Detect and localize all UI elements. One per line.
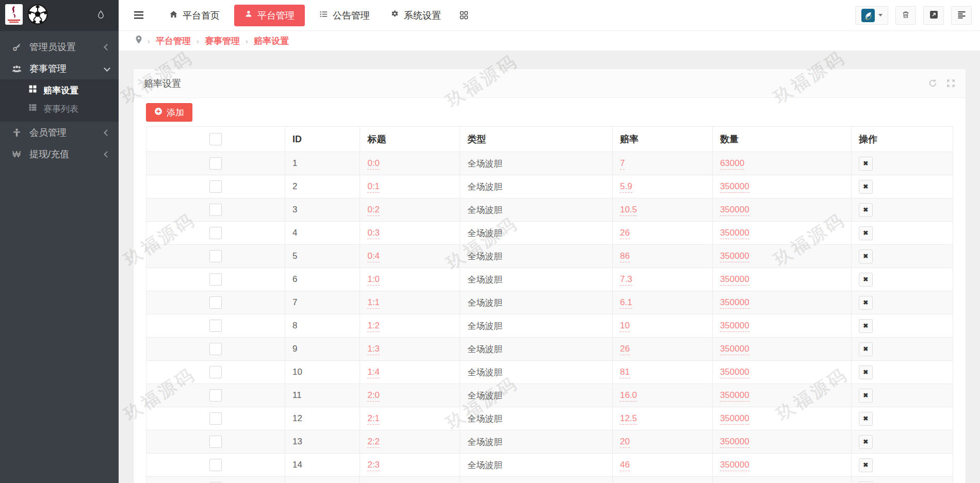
- row-checkbox[interactable]: [209, 273, 222, 286]
- title-link[interactable]: 2:2: [367, 437, 380, 448]
- odds-link[interactable]: 86: [620, 251, 630, 262]
- open-external-button[interactable]: [923, 6, 944, 25]
- row-checkbox[interactable]: [209, 389, 222, 402]
- amount-link[interactable]: 350000: [720, 390, 749, 402]
- title-link[interactable]: 2:1: [367, 413, 380, 425]
- row-checkbox[interactable]: [209, 227, 222, 239]
- odds-link[interactable]: 6.1: [620, 297, 632, 309]
- nav-item-announcement-management[interactable]: 公告管理: [309, 0, 380, 31]
- amount-link[interactable]: 350000: [720, 413, 749, 425]
- row-checkbox[interactable]: [209, 343, 222, 355]
- row-checkbox[interactable]: [209, 250, 222, 262]
- column-header-id: ID: [285, 127, 360, 152]
- row-checkbox[interactable]: [209, 459, 222, 471]
- title-link[interactable]: 0:0: [367, 158, 380, 170]
- amount-link[interactable]: 350000: [720, 251, 749, 262]
- row-checkbox[interactable]: [209, 436, 222, 448]
- hamburger-icon[interactable]: [131, 11, 146, 19]
- delete-button[interactable]: ✖: [859, 412, 873, 426]
- delete-button[interactable]: ✖: [859, 435, 873, 449]
- sidebar-item-withdraw-recharge[interactable]: ₩ 提现/充值: [0, 143, 119, 165]
- title-link[interactable]: 0:1: [367, 181, 380, 193]
- row-checkbox[interactable]: [209, 320, 222, 332]
- row-checkbox[interactable]: [209, 412, 222, 425]
- log-list-button[interactable]: [951, 6, 972, 25]
- amount-link[interactable]: 350000: [720, 367, 749, 378]
- delete-button[interactable]: ✖: [859, 203, 873, 217]
- id-cell: 4: [285, 222, 360, 245]
- odds-link[interactable]: 26: [620, 344, 630, 355]
- trash-icon: [902, 10, 910, 21]
- amount-link[interactable]: 350000: [720, 228, 749, 239]
- delete-button[interactable]: ✖: [859, 226, 873, 240]
- amount-link[interactable]: 350000: [720, 181, 749, 193]
- amount-link[interactable]: 350000: [720, 344, 749, 355]
- select-all-checkbox[interactable]: [209, 133, 222, 145]
- odds-link[interactable]: 20: [620, 437, 630, 448]
- amount-link[interactable]: 350000: [720, 321, 749, 332]
- title-link[interactable]: 1:4: [367, 367, 380, 378]
- sidebar-item-odds-settings[interactable]: 赔率设置: [0, 81, 119, 99]
- table-list-icon: [29, 104, 37, 114]
- delete-button[interactable]: ✖: [859, 273, 873, 287]
- title-link[interactable]: 1:2: [367, 321, 380, 332]
- amount-link[interactable]: 63000: [720, 158, 744, 170]
- odds-link[interactable]: 5.9: [620, 181, 632, 193]
- sidebar-item-member-management[interactable]: 会员管理: [0, 122, 119, 143]
- delete-button[interactable]: ✖: [859, 342, 873, 356]
- amount-link[interactable]: 350000: [720, 460, 749, 471]
- id-cell: 13: [285, 430, 360, 454]
- expand-icon[interactable]: [946, 79, 955, 88]
- amount-link[interactable]: 350000: [720, 437, 749, 448]
- row-checkbox[interactable]: [209, 180, 222, 193]
- odds-link[interactable]: 7.3: [620, 274, 632, 286]
- delete-button[interactable]: ✖: [859, 319, 873, 333]
- delete-button[interactable]: ✖: [859, 180, 873, 194]
- odds-link[interactable]: 7: [620, 158, 625, 170]
- odds-link[interactable]: 12.5: [620, 413, 637, 425]
- sidebar-item-admin-settings[interactable]: 管理员设置: [0, 36, 119, 58]
- breadcrumb-separator: ›: [197, 37, 199, 45]
- delete-button[interactable]: ✖: [859, 481, 873, 483]
- odds-link[interactable]: 10: [620, 321, 630, 332]
- trash-button[interactable]: [895, 6, 916, 25]
- nav-item-platform-home[interactable]: 平台首页: [159, 0, 230, 31]
- nav-item-system-settings[interactable]: 系统设置: [380, 0, 451, 31]
- delete-button[interactable]: ✖: [859, 458, 873, 472]
- refresh-icon[interactable]: [928, 79, 937, 88]
- title-link[interactable]: 1:3: [367, 344, 380, 355]
- amount-link[interactable]: 350000: [720, 297, 749, 309]
- odds-link[interactable]: 10.5: [620, 205, 637, 216]
- delete-button[interactable]: ✖: [859, 296, 873, 310]
- delete-button[interactable]: ✖: [859, 249, 873, 263]
- apps-grid-icon[interactable]: [451, 11, 477, 20]
- sidebar-item-match-management[interactable]: 赛事管理: [0, 58, 119, 79]
- row-checkbox[interactable]: [209, 204, 222, 216]
- title-link[interactable]: 1:1: [367, 297, 380, 309]
- nav-item-platform-management[interactable]: 平台管理: [234, 5, 305, 26]
- row-checkbox[interactable]: [209, 296, 222, 309]
- row-checkbox[interactable]: [209, 366, 222, 378]
- odds-link[interactable]: 46: [620, 460, 630, 471]
- breadcrumb-link-platform[interactable]: 平台管理: [156, 35, 191, 47]
- title-link[interactable]: 1:0: [367, 274, 380, 286]
- breadcrumb-link-match[interactable]: 赛事管理: [205, 35, 240, 47]
- add-button[interactable]: 添加: [146, 103, 192, 122]
- breadcrumb-link-odds[interactable]: 赔率设置: [254, 35, 289, 47]
- odds-link[interactable]: 16.0: [620, 390, 637, 402]
- odds-link[interactable]: 81: [620, 367, 630, 378]
- title-link[interactable]: 0:3: [367, 228, 380, 239]
- odds-link[interactable]: 26: [620, 228, 630, 239]
- title-link[interactable]: 2:0: [367, 390, 380, 402]
- sidebar-item-match-list[interactable]: 赛事列表: [0, 99, 119, 118]
- title-link[interactable]: 0:2: [367, 205, 380, 216]
- delete-button[interactable]: ✖: [859, 389, 873, 403]
- delete-button[interactable]: ✖: [859, 365, 873, 379]
- amount-link[interactable]: 350000: [720, 274, 749, 286]
- theme-button[interactable]: [855, 6, 888, 25]
- delete-button[interactable]: ✖: [859, 157, 873, 171]
- title-link[interactable]: 0:4: [367, 251, 380, 262]
- title-link[interactable]: 2:3: [367, 460, 380, 471]
- amount-link[interactable]: 350000: [720, 205, 749, 216]
- row-checkbox[interactable]: [209, 157, 222, 170]
